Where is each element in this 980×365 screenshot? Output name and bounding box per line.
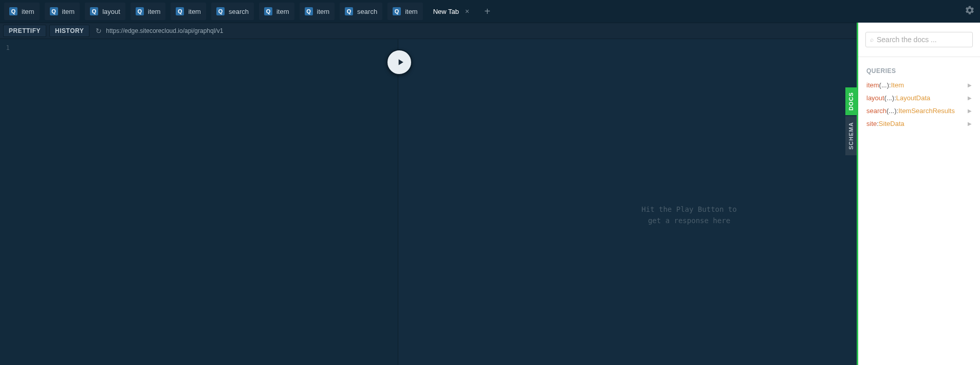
query-badge-icon: Q: [50, 7, 58, 15]
query-entry-site[interactable]: site: SiteData ▶: [858, 117, 980, 130]
docs-panel: ⌕ QUERIES item(...): Item ▶ layout(...):…: [857, 23, 980, 365]
tab-item-5[interactable]: Q search: [211, 3, 254, 20]
query-type: Item: [891, 81, 904, 89]
tab-label: item: [188, 8, 201, 15]
query-type: ItemSearchResults: [898, 107, 955, 115]
endpoint-url-area[interactable]: ↻ https://edge.sitecorecloud.io/api/grap…: [93, 27, 977, 35]
plus-icon: +: [484, 6, 490, 17]
main-area: 1 Hit the Play Button to get a response …: [0, 39, 980, 365]
tab-item-2[interactable]: Q layout: [85, 3, 125, 20]
tab-label: item: [405, 8, 418, 15]
tab-label: item: [148, 8, 161, 15]
schema-side-tab[interactable]: SCHEMA: [845, 116, 857, 155]
docs-search-input[interactable]: [877, 35, 968, 44]
play-icon: [395, 57, 405, 67]
refresh-icon[interactable]: ↻: [96, 27, 102, 35]
query-type: LayoutData: [896, 94, 931, 102]
tab-item-0[interactable]: Q item: [4, 3, 40, 20]
tab-item-7[interactable]: Q item: [300, 3, 335, 20]
query-badge-icon: Q: [136, 7, 144, 15]
query-args: (...): [884, 94, 895, 102]
chevron-right-icon: ▶: [968, 82, 972, 88]
query-editor[interactable]: 1: [0, 39, 398, 365]
prettify-button[interactable]: PRETTIFY: [3, 25, 46, 37]
line-number: 1: [0, 44, 15, 51]
tab-item-6[interactable]: Q item: [259, 3, 294, 20]
tab-label: layout: [102, 8, 120, 15]
add-tab-button[interactable]: +: [479, 4, 495, 19]
query-badge-icon: Q: [345, 7, 353, 15]
tab-item-9[interactable]: Q item: [387, 3, 423, 20]
query-entry-item[interactable]: item(...): Item ▶: [858, 79, 980, 92]
query-name: layout: [866, 94, 884, 102]
chevron-right-icon: ▶: [968, 95, 972, 101]
query-type: SiteData: [879, 120, 904, 127]
tab-label: New Tab: [433, 8, 459, 15]
tab-item-3[interactable]: Q item: [131, 3, 166, 20]
query-badge-icon: Q: [216, 7, 225, 15]
query-entry-layout[interactable]: layout(...): LayoutData ▶: [858, 92, 980, 104]
tab-label: item: [62, 8, 75, 15]
tab-item-1[interactable]: Q item: [45, 3, 80, 20]
chevron-right-icon: ▶: [968, 108, 972, 114]
settings-button[interactable]: [965, 5, 975, 17]
tab-label: item: [22, 8, 34, 15]
query-entry-search[interactable]: search(...): ItemSearchResults ▶: [858, 104, 980, 117]
query-badge-icon: Q: [393, 7, 401, 15]
tab-label: search: [229, 8, 249, 15]
query-badge-icon: Q: [176, 7, 184, 15]
query-badge-icon: Q: [9, 7, 17, 15]
response-placeholder: Hit the Play Button to get a response he…: [641, 204, 736, 227]
tab-label: search: [357, 8, 377, 15]
close-icon[interactable]: ×: [465, 7, 469, 15]
endpoint-url-text: https://edge.sitecorecloud.io/api/graphq…: [106, 27, 223, 34]
docs-side-tab[interactable]: DOCS: [845, 87, 857, 115]
tab-bar: Q item Q item Q layout Q item Q item Q s…: [0, 0, 980, 23]
docs-search-box[interactable]: ⌕: [865, 32, 973, 47]
history-button[interactable]: HISTORY: [49, 25, 89, 37]
query-args: (...): [879, 81, 890, 89]
query-name: item: [866, 81, 879, 89]
execute-button[interactable]: [386, 49, 412, 75]
query-name: search: [866, 107, 886, 115]
tab-new-tab[interactable]: New Tab ×: [428, 3, 475, 20]
query-args: (...): [886, 107, 897, 115]
chevron-right-icon: ▶: [968, 121, 972, 126]
tab-label: item: [317, 8, 330, 15]
query-badge-icon: Q: [90, 7, 98, 15]
tab-item-8[interactable]: Q search: [340, 3, 382, 20]
tab-label: item: [276, 8, 289, 15]
gear-icon: [965, 5, 975, 15]
toolbar: PRETTIFY HISTORY ↻ https://edge.sitecore…: [0, 23, 980, 39]
search-icon: ⌕: [870, 36, 874, 43]
query-name: site: [866, 120, 877, 127]
docs-search: ⌕: [858, 23, 980, 57]
query-badge-icon: Q: [264, 7, 272, 15]
tab-item-4[interactable]: Q item: [171, 3, 206, 20]
docs-heading: QUERIES: [858, 62, 980, 79]
docs-body: QUERIES item(...): Item ▶ layout(...): L…: [858, 57, 980, 135]
query-badge-icon: Q: [305, 7, 313, 15]
